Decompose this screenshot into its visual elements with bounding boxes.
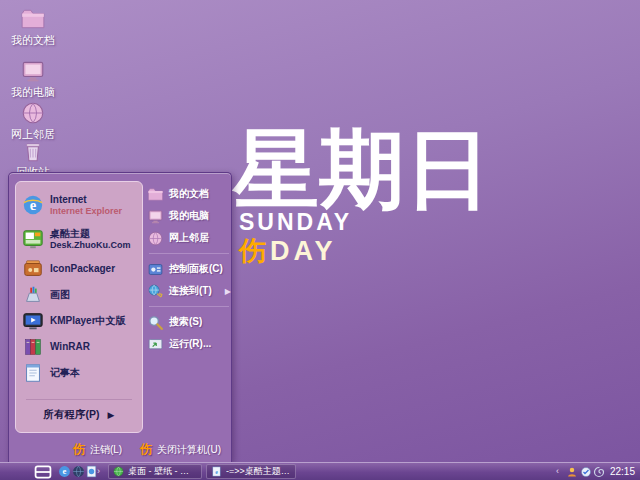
clock: 22:15 — [610, 466, 635, 477]
start-menu-pinned-panel: e InternetInternet Explorer 桌酷主题Desk.Zhu… — [15, 181, 143, 433]
log-off-label: 注销(L) — [90, 443, 122, 457]
task-button-label: -=>>桌酷主题 - Mic... — [226, 465, 291, 478]
menu-item-sublabel: Internet Explorer — [50, 206, 122, 216]
my-documents-icon — [20, 6, 46, 32]
shut-down-button[interactable]: 伤 关闭计算机(U) — [140, 441, 221, 458]
menu-item-label: IconPackager — [50, 263, 115, 275]
all-programs-button[interactable]: 所有程序(P) ▶ — [16, 402, 142, 428]
wallpaper-title-en: SUNDAY — [239, 209, 352, 236]
svg-text:e: e — [215, 469, 218, 475]
menu-item-my-documents[interactable]: 我的文档 — [147, 183, 231, 205]
recycle-bin-icon — [20, 138, 46, 164]
network-places-icon — [20, 100, 46, 126]
network-status-icon[interactable] — [580, 466, 592, 478]
menu-item-label: WinRAR — [50, 341, 90, 353]
green-site-icon — [113, 466, 124, 477]
menu-item-winrar[interactable]: WinRAR — [16, 334, 142, 360]
menu-item-label: 网上邻居 — [169, 231, 209, 245]
menu-item-label: Internet — [50, 194, 87, 205]
messenger-user-icon[interactable] — [566, 466, 578, 478]
volume-swirl-icon[interactable] — [593, 466, 605, 478]
menu-item-connect-to[interactable]: 连接到(T) ▶ — [147, 280, 231, 302]
tray-collapse-icon[interactable]: ‹ — [556, 466, 559, 477]
menu-item-label: 连接到(T) — [169, 284, 212, 298]
menu-item-kmplayer[interactable]: KMPlayer中文版 — [16, 308, 142, 334]
svg-text:e: e — [63, 466, 67, 476]
menu-item-sublabel: Desk.ZhuoKu.Com — [50, 240, 131, 250]
wallpaper-accent-char: 伤 — [239, 236, 270, 266]
start-menu: e InternetInternet Explorer 桌酷主题Desk.Zhu… — [8, 172, 232, 462]
my-documents-icon — [147, 186, 164, 203]
winrar-icon — [22, 336, 44, 358]
menu-item-label: 控制面板(C) — [169, 262, 223, 276]
svg-text:e: e — [30, 197, 37, 213]
start-window-icon — [33, 465, 53, 479]
menu-item-zhuoku-theme[interactable]: 桌酷主题Desk.ZhuoKu.Com — [16, 222, 142, 256]
pinned-panel-separator — [26, 399, 132, 400]
start-button[interactable] — [26, 464, 60, 480]
ie-icon[interactable]: e — [58, 465, 71, 478]
all-programs-label: 所有程序(P) — [44, 408, 100, 422]
log-off-icon: 伤 — [73, 441, 85, 458]
menu-item-network-places[interactable]: 网上邻居 — [147, 227, 231, 249]
submenu-arrow-icon: ▶ — [225, 287, 231, 296]
menu-item-search[interactable]: 搜索(S) — [147, 311, 231, 333]
menu-item-my-computer[interactable]: 我的电脑 — [147, 205, 231, 227]
ie-page-icon: e — [211, 466, 222, 477]
globe-icon[interactable] — [72, 465, 85, 478]
desktop: 星期日 SUNDAY 伤DAY 我的文档 我的电脑 网上邻居 回收站 — [0, 0, 640, 480]
iconpackager-icon — [22, 258, 44, 280]
my-computer-icon — [147, 208, 164, 225]
desktop-icon-network-places[interactable]: 网上邻居 — [4, 100, 62, 140]
menu-item-label: 我的电脑 — [169, 209, 209, 223]
menu-item-internet[interactable]: e InternetInternet Explorer — [16, 188, 142, 222]
start-menu-footer: 伤 注销(L) 伤 关闭计算机(U) — [73, 441, 221, 458]
zhuoku-theme-icon — [22, 228, 44, 250]
desktop-icon-label: 我的文档 — [4, 34, 62, 46]
quick-launch-expand-icon[interactable]: › — [97, 466, 100, 477]
wallpaper-title-cn: 星期日 — [233, 126, 491, 212]
menu-item-label: 记事本 — [50, 367, 80, 379]
task-button-label: 桌面 - 壁纸 - 桌酷壁... — [128, 465, 197, 478]
log-off-button[interactable]: 伤 注销(L) — [73, 441, 122, 458]
menu-item-iconpackager[interactable]: IconPackager — [16, 256, 142, 282]
internet-explorer-icon: e — [22, 194, 44, 216]
menu-item-control-panel[interactable]: 控制面板(C) — [147, 258, 231, 280]
network-places-icon — [147, 230, 164, 247]
kmplayer-icon — [22, 310, 44, 332]
menu-item-label: 我的文档 — [169, 187, 209, 201]
menu-item-label: KMPlayer中文版 — [50, 315, 126, 327]
search-icon — [147, 314, 164, 331]
menu-item-run[interactable]: 运行(R)... — [147, 333, 231, 355]
desktop-icon-my-documents[interactable]: 我的文档 — [4, 6, 62, 46]
menu-item-label: 桌酷主题 — [50, 228, 90, 239]
task-button-wallpaper[interactable]: 桌面 - 壁纸 - 桌酷壁... — [108, 464, 202, 479]
right-column-separator — [149, 253, 229, 254]
paint-icon — [22, 284, 44, 306]
taskbar: e › 桌面 - 壁纸 - 桌酷壁... e -=>>桌酷主题 - Mic...… — [0, 462, 640, 480]
desktop-icon-my-computer[interactable]: 我的电脑 — [4, 58, 62, 98]
pinned-panel-spacer — [16, 386, 142, 397]
connect-to-icon — [147, 283, 164, 300]
right-column-separator — [149, 306, 229, 307]
submenu-arrow-icon: ▶ — [108, 410, 115, 420]
shut-down-icon: 伤 — [140, 441, 152, 458]
run-icon — [147, 336, 164, 353]
notepad-icon — [22, 362, 44, 384]
menu-item-paint[interactable]: 画图 — [16, 282, 142, 308]
menu-item-label: 搜索(S) — [169, 315, 202, 329]
task-button-zhuoku[interactable]: e -=>>桌酷主题 - Mic... — [206, 464, 296, 479]
menu-item-notepad[interactable]: 记事本 — [16, 360, 142, 386]
menu-item-label: 运行(R)... — [169, 337, 211, 351]
shut-down-label: 关闭计算机(U) — [157, 443, 221, 457]
menu-item-label: 画图 — [50, 289, 70, 301]
my-computer-icon — [20, 58, 46, 84]
wallpaper-accent-line: 伤DAY — [239, 233, 337, 269]
start-menu-right-column: 我的文档 我的电脑 网上邻居 控制面板(C) — [147, 183, 231, 355]
desktop-icon-label: 我的电脑 — [4, 86, 62, 98]
control-panel-icon — [147, 261, 164, 278]
wallpaper-accent-rest: DAY — [270, 236, 337, 266]
